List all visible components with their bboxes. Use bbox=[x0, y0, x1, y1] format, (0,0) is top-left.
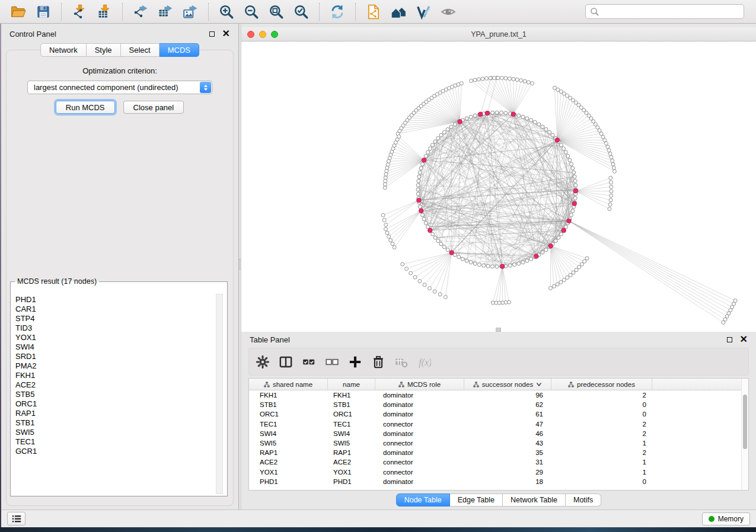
table-cell: 1 bbox=[551, 459, 652, 466]
mcds-result-item[interactable]: STB1 bbox=[12, 418, 215, 428]
tab-edge-table[interactable]: Edge Table bbox=[450, 493, 503, 507]
export-image-icon[interactable] bbox=[178, 2, 203, 21]
float-icon[interactable] bbox=[727, 337, 732, 342]
tab-mcds[interactable]: MCDS bbox=[160, 43, 199, 57]
table-row[interactable]: YOX1YOX1connector291 bbox=[249, 467, 748, 477]
table-cell: 2 bbox=[551, 449, 652, 456]
zoom-fit-icon[interactable] bbox=[264, 2, 289, 21]
node-table: shared namenameMCDS rolesuccessor nodesp… bbox=[248, 378, 749, 491]
mcds-result-item[interactable]: TEC1 bbox=[12, 437, 215, 447]
mcds-result-item[interactable]: SWI4 bbox=[12, 342, 215, 352]
float-icon[interactable] bbox=[209, 31, 215, 37]
table-row[interactable]: TEC1TEC1connector472 bbox=[249, 419, 748, 429]
search-box[interactable] bbox=[585, 4, 744, 19]
zoom-in-icon[interactable] bbox=[214, 2, 239, 21]
deselect-all-icon[interactable] bbox=[326, 355, 339, 368]
table-row[interactable]: ACE2ACE2connector311 bbox=[249, 457, 748, 467]
select-stepper-icon[interactable] bbox=[200, 82, 211, 93]
mcds-result-item[interactable]: PMA2 bbox=[12, 361, 215, 371]
open-file-icon[interactable] bbox=[6, 2, 31, 21]
tab-style[interactable]: Style bbox=[87, 43, 121, 57]
table-row[interactable]: PHD1PHD1dominator180 bbox=[249, 477, 748, 486]
mcds-result-item[interactable]: SWI5 bbox=[12, 428, 215, 437]
task-history-button[interactable] bbox=[7, 512, 25, 525]
network-browser-icon[interactable] bbox=[386, 2, 411, 21]
table-cell: SWI4 bbox=[328, 430, 375, 437]
add-row-icon[interactable] bbox=[349, 355, 362, 368]
main-toolbar bbox=[0, 0, 756, 24]
mcds-result-item[interactable]: STP4 bbox=[12, 314, 215, 323]
import-network-icon[interactable] bbox=[67, 2, 92, 21]
mcds-result-item[interactable]: CAR1 bbox=[12, 305, 215, 314]
export-table-icon[interactable] bbox=[153, 2, 178, 21]
table-panel-titlebar: Table Panel ✕ bbox=[241, 332, 756, 347]
delete-row-icon[interactable] bbox=[372, 355, 385, 368]
function-builder-icon: f(x) bbox=[418, 355, 431, 368]
mcds-result-item[interactable]: PHD1 bbox=[12, 295, 215, 305]
mcds-result-item[interactable]: ORC1 bbox=[12, 399, 215, 409]
column-header-shared-name[interactable]: shared name bbox=[249, 379, 328, 390]
tab-network-table[interactable]: Network Table bbox=[503, 493, 566, 507]
zoom-out-icon[interactable] bbox=[239, 2, 264, 21]
table-row[interactable]: SWI5SWI5connector431 bbox=[249, 438, 748, 448]
table-row[interactable]: FKH1FKH1dominator962 bbox=[249, 390, 748, 400]
tab-network[interactable]: Network bbox=[40, 43, 87, 57]
table-panel: Table Panel ✕ f(x) shared namenameMCDS r… bbox=[241, 332, 756, 509]
mcds-result-item[interactable]: GCR1 bbox=[12, 447, 215, 456]
refresh-icon[interactable] bbox=[325, 2, 350, 21]
optimization-criterion-select[interactable]: largest connected component (undirected) bbox=[27, 81, 212, 94]
mcds-result-item[interactable]: SRD1 bbox=[12, 352, 215, 361]
tab-select[interactable]: Select bbox=[121, 43, 160, 57]
tab-motifs[interactable]: Motifs bbox=[566, 493, 601, 507]
tab-node-table[interactable]: Node Table bbox=[396, 493, 450, 507]
network-from-file-icon[interactable] bbox=[361, 2, 386, 21]
table-cell: ORC1 bbox=[328, 411, 375, 418]
table-cell: 18 bbox=[464, 478, 551, 485]
table-cell: connector bbox=[375, 459, 464, 466]
scrollbar-thumb[interactable] bbox=[743, 395, 747, 449]
table-row[interactable]: SWI4SWI4dominator462 bbox=[249, 429, 748, 438]
window-minimize-icon[interactable] bbox=[259, 31, 266, 38]
vizmapper-icon[interactable] bbox=[411, 2, 436, 21]
network-window-titlebar[interactable]: YPA_prune.txt_1 bbox=[241, 27, 756, 41]
select-all-icon[interactable] bbox=[302, 355, 315, 368]
import-table-icon[interactable] bbox=[92, 2, 117, 21]
column-header-name[interactable]: name bbox=[328, 379, 375, 390]
splitter-grip[interactable] bbox=[239, 259, 241, 270]
column-header-predecessor-nodes[interactable]: predecessor nodes bbox=[551, 379, 652, 390]
show-graphics-details-icon[interactable] bbox=[436, 2, 461, 21]
horizontal-splitter-grip[interactable] bbox=[496, 328, 501, 332]
window-zoom-icon[interactable] bbox=[271, 31, 278, 38]
mcds-list-scrollbar[interactable] bbox=[216, 294, 223, 494]
close-icon[interactable]: ✕ bbox=[222, 30, 230, 37]
window-close-icon[interactable] bbox=[247, 31, 254, 38]
network-graph[interactable] bbox=[241, 41, 756, 332]
export-network-icon[interactable] bbox=[128, 2, 153, 21]
table-row[interactable]: STB1STB1dominator620 bbox=[249, 400, 748, 409]
status-bar: Memory bbox=[1, 509, 756, 527]
zoom-selected-icon[interactable] bbox=[289, 2, 314, 21]
table-row[interactable]: ORC1ORC1dominator610 bbox=[249, 409, 748, 419]
save-session-icon[interactable] bbox=[31, 2, 56, 21]
gear-icon[interactable] bbox=[256, 355, 269, 368]
close-panel-button[interactable]: Close panel bbox=[123, 101, 184, 114]
table-row[interactable]: RAP1RAP1dominator352 bbox=[249, 448, 748, 457]
run-mcds-button[interactable]: Run MCDS bbox=[56, 101, 115, 114]
mcds-result-item[interactable]: FKH1 bbox=[12, 371, 215, 380]
close-icon[interactable]: ✕ bbox=[740, 336, 748, 343]
column-header-successor-nodes[interactable]: successor nodes bbox=[464, 379, 551, 390]
column-header-MCDS-role[interactable]: MCDS role bbox=[375, 379, 464, 390]
network-canvas[interactable] bbox=[241, 41, 756, 332]
mcds-result-item[interactable]: TID3 bbox=[12, 323, 215, 333]
mcds-result-item[interactable]: YOX1 bbox=[12, 333, 215, 342]
table-cell: 0 bbox=[551, 411, 652, 418]
table-scrollbar[interactable] bbox=[741, 379, 748, 490]
table-cell: YOX1 bbox=[249, 469, 328, 476]
show-columns-icon[interactable] bbox=[279, 355, 292, 368]
mcds-result-item[interactable]: STB5 bbox=[12, 390, 215, 399]
memory-button[interactable]: Memory bbox=[702, 512, 750, 525]
table-cell: 62 bbox=[464, 401, 551, 408]
search-input[interactable] bbox=[602, 8, 739, 16]
mcds-result-item[interactable]: ACE2 bbox=[12, 380, 215, 390]
mcds-result-item[interactable]: RAP1 bbox=[12, 409, 215, 418]
